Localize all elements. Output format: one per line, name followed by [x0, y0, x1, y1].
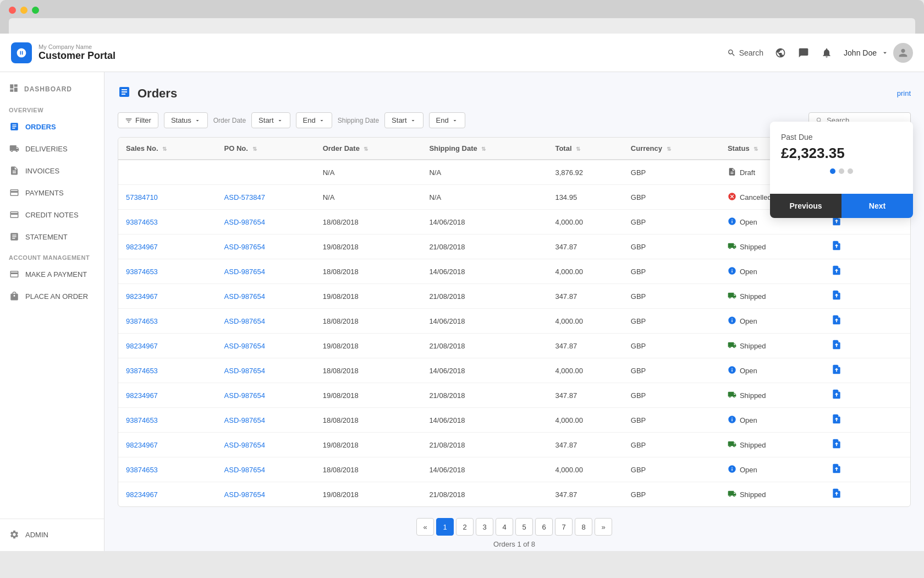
shipping-end-dropdown[interactable]: End: [429, 112, 465, 128]
sales-no-link[interactable]: 93874653: [126, 367, 158, 375]
download-icon[interactable]: [831, 466, 842, 476]
download-icon[interactable]: [831, 342, 842, 352]
sales-no-link[interactable]: 98234967: [126, 441, 158, 449]
brand-icon: [11, 42, 32, 63]
download-icon[interactable]: [831, 268, 842, 277]
status-dropdown[interactable]: Status: [164, 112, 208, 128]
sidebar-item-statement[interactable]: STATEMENT: [0, 226, 104, 248]
previous-button[interactable]: Previous: [770, 194, 842, 218]
user-menu[interactable]: John Doe: [844, 43, 913, 63]
cell-sales-no: 57384710: [118, 185, 217, 210]
sidebar-item-orders[interactable]: ORDERS: [0, 116, 104, 138]
sidebar-item-place-order[interactable]: PLACE AN ORDER: [0, 285, 104, 307]
download-icon[interactable]: [831, 441, 842, 451]
maximize-btn[interactable]: [32, 7, 39, 14]
po-no-link[interactable]: ASD-987654: [224, 292, 265, 301]
po-no-link[interactable]: ASD-987654: [224, 268, 265, 276]
page-last-button[interactable]: »: [595, 518, 612, 536]
filter-button[interactable]: Filter: [118, 112, 158, 128]
sort-icon-status: ⇅: [754, 146, 758, 152]
sidebar-item-deliveries[interactable]: DELIVERIES: [0, 138, 104, 160]
page-7-button[interactable]: 7: [555, 518, 573, 536]
print-link[interactable]: print: [897, 89, 911, 97]
sales-no-link[interactable]: 98234967: [126, 490, 158, 499]
sidebar-item-make-payment[interactable]: MAKE A PAYMENT: [0, 263, 104, 285]
sidebar-item-admin[interactable]: ADMIN: [0, 524, 104, 546]
po-no-link[interactable]: ASD-987654: [224, 391, 265, 400]
sidebar-item-credit-notes[interactable]: CREDIT NOTES: [0, 204, 104, 226]
cell-download: [823, 383, 910, 408]
sales-no-link[interactable]: 57384710: [126, 193, 158, 201]
download-icon[interactable]: [831, 293, 842, 302]
po-no-link[interactable]: ASD-987654: [224, 441, 265, 449]
shipping-start-chevron: [410, 117, 416, 124]
po-no-link[interactable]: ASD-573847: [224, 193, 265, 201]
cell-total: 347.87: [547, 284, 623, 309]
po-no-link[interactable]: ASD-987654: [224, 367, 265, 375]
page-5-button[interactable]: 5: [515, 518, 533, 536]
sales-no-link[interactable]: 93874653: [126, 268, 158, 276]
download-icon[interactable]: [831, 417, 842, 426]
cell-po-no: ASD-987654: [217, 284, 315, 309]
sales-no-link[interactable]: 98234967: [126, 292, 158, 301]
po-no-link[interactable]: ASD-987654: [224, 218, 265, 226]
page-4-button[interactable]: 4: [496, 518, 513, 536]
sales-no-link[interactable]: 98234967: [126, 391, 158, 400]
chat-icon[interactable]: [798, 47, 810, 59]
sales-no-link[interactable]: 93874653: [126, 218, 158, 226]
sales-no-link[interactable]: 98234967: [126, 342, 158, 350]
sidebar-item-invoices[interactable]: INVOICES: [0, 160, 104, 182]
col-po-no: PO No. ⇅: [217, 138, 315, 160]
sales-no-link[interactable]: 93874653: [126, 466, 158, 474]
download-icon[interactable]: [831, 219, 842, 228]
cell-po-no: [217, 160, 315, 185]
cell-shipping-date: 21/08/2018: [421, 383, 547, 408]
page-first-button[interactable]: «: [416, 518, 434, 536]
po-no-link[interactable]: ASD-987654: [224, 243, 265, 251]
order-date-end-dropdown[interactable]: End: [296, 112, 332, 128]
download-icon[interactable]: [831, 491, 842, 500]
globe-icon[interactable]: [774, 47, 787, 59]
filter-icon: [125, 117, 133, 124]
download-icon[interactable]: [831, 367, 842, 377]
cell-po-no: ASD-987654: [217, 358, 315, 383]
download-icon[interactable]: [831, 318, 842, 327]
order-date-start-dropdown[interactable]: Start: [251, 112, 290, 128]
page-3-button[interactable]: 3: [476, 518, 493, 536]
sales-no-link[interactable]: 98234967: [126, 243, 158, 251]
shipping-end-chevron: [452, 117, 458, 124]
download-icon[interactable]: [831, 243, 842, 253]
cell-sales-no: 93874653: [118, 457, 217, 482]
po-no-link[interactable]: ASD-987654: [224, 416, 265, 424]
search-button[interactable]: Search: [727, 48, 763, 57]
status-icon: [728, 390, 736, 401]
pagination: « 1 2 3 4 5 6 7 8 »: [118, 518, 911, 536]
page-1-button[interactable]: 1: [436, 518, 454, 536]
page-8-button[interactable]: 8: [575, 518, 592, 536]
cell-order-date: 19/08/2018: [315, 284, 422, 309]
sales-no-link[interactable]: 93874653: [126, 416, 158, 424]
po-no-link[interactable]: ASD-987654: [224, 490, 265, 499]
company-name: My Company Name: [38, 43, 116, 50]
status-icon: [728, 415, 736, 426]
download-icon[interactable]: [831, 392, 842, 401]
sidebar-item-payments[interactable]: PAYMENTS: [0, 182, 104, 204]
cell-currency: GBP: [623, 433, 720, 457]
shipping-start-dropdown[interactable]: Start: [384, 112, 423, 128]
status-text: Shipped: [740, 243, 766, 251]
minimize-btn[interactable]: [20, 7, 28, 14]
page-2-button[interactable]: 2: [456, 518, 474, 536]
cell-po-no: ASD-987654: [217, 383, 315, 408]
notification-icon[interactable]: [821, 47, 833, 59]
sidebar-item-dashboard[interactable]: DASHBOARD: [0, 78, 104, 100]
po-no-link[interactable]: ASD-987654: [224, 317, 265, 325]
sales-no-link[interactable]: 93874653: [126, 317, 158, 325]
cell-po-no: ASD-987654: [217, 457, 315, 482]
page-6-button[interactable]: 6: [535, 518, 553, 536]
po-no-link[interactable]: ASD-987654: [224, 466, 265, 474]
cell-sales-no: 93874653: [118, 259, 217, 284]
close-btn[interactable]: [9, 7, 16, 14]
po-no-link[interactable]: ASD-987654: [224, 342, 265, 350]
statement-icon: [9, 231, 20, 242]
next-button[interactable]: Next: [842, 194, 913, 218]
